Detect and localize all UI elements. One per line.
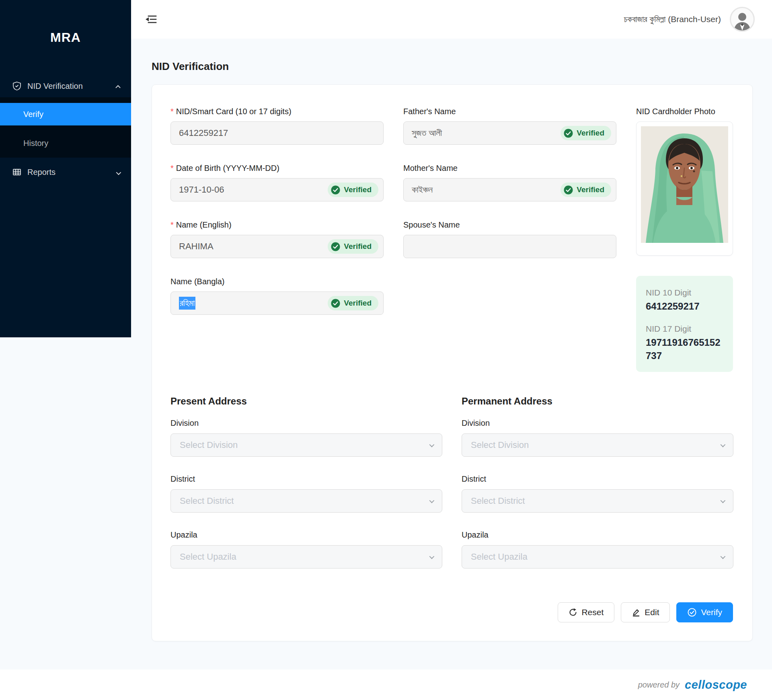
permanent-upazila-label: Upazila xyxy=(462,530,733,540)
mother-name-label-row: Mother's Name xyxy=(403,164,616,173)
present-district-select[interactable]: Select District xyxy=(170,489,442,513)
check-circle-icon xyxy=(331,242,340,251)
chevron-down-icon xyxy=(721,442,726,447)
permanent-address-column: Permanent Address Division Select Divisi… xyxy=(462,396,733,586)
father-name-field: Father's Name সুজত আলী Verified xyxy=(403,107,616,145)
brand: MRA xyxy=(0,0,131,75)
brand-logo-text: MRA xyxy=(50,30,81,45)
mother-name-value: কাইঞ্চন xyxy=(412,185,433,195)
name-bangla-label: Name (Bangla) xyxy=(170,277,225,286)
present-upazila-placeholder: Select Upazila xyxy=(180,552,236,562)
nid-field: * NID/Smart Card (10 or 17 digits) 64122… xyxy=(170,107,384,145)
sidebar-item-label: Verify xyxy=(23,110,43,119)
dob-field-label-row: * Date of Birth (YYYY-MM-DD) xyxy=(170,164,384,173)
reset-button[interactable]: Reset xyxy=(558,602,614,622)
page-footer: powered by celloscope xyxy=(0,669,772,700)
name-bangla-field: Name (Bangla) রহিমা Verified xyxy=(170,277,384,315)
nid-17-digit-value: 19711916765152737 xyxy=(646,336,723,362)
nid-field-label-row: * NID/Smart Card (10 or 17 digits) xyxy=(170,107,384,116)
check-circle-icon xyxy=(331,299,340,308)
chevron-down-icon xyxy=(116,168,120,177)
verified-badge: Verified xyxy=(328,296,378,310)
permanent-division-select[interactable]: Select Division xyxy=(462,433,733,457)
address-section: Present Address Division Select Division… xyxy=(170,396,733,586)
form-column-middle: Father's Name সুজত আলী Verified xyxy=(403,107,616,372)
verify-button[interactable]: Verify xyxy=(676,602,733,622)
sidebar-submenu: Verify History xyxy=(0,97,131,158)
main-content: NID Verification * NID/Smart Card (10 or… xyxy=(131,39,772,641)
present-district-placeholder: Select District xyxy=(180,496,234,506)
sidebar-item-verify[interactable]: Verify xyxy=(0,103,131,125)
present-division-placeholder: Select Division xyxy=(180,440,238,450)
spouse-name-input[interactable] xyxy=(403,235,616,258)
edit-button-label: Edit xyxy=(645,608,659,617)
required-asterisk: * xyxy=(170,107,174,116)
present-district-label: District xyxy=(170,474,442,484)
name-english-label: Name (English) xyxy=(176,220,232,230)
mother-name-input[interactable]: কাইঞ্চন Verified xyxy=(403,178,616,201)
cardholder-photo xyxy=(641,126,728,243)
form-column-photo: NID Cardholder Photo xyxy=(636,107,733,372)
edit-button[interactable]: Edit xyxy=(621,602,670,622)
verify-button-label: Verify xyxy=(701,608,722,617)
chevron-down-icon xyxy=(721,498,726,503)
nid-digits-panel: NID 10 Digit 6412259217 NID 17 Digit 197… xyxy=(636,276,733,372)
nid-10-digit-value: 6412259217 xyxy=(646,300,723,313)
nid-cardholder-photo-card xyxy=(636,121,733,256)
powered-by-label: powered by xyxy=(638,680,680,690)
permanent-upazila-select[interactable]: Select Upazila xyxy=(462,545,733,569)
father-name-label: Father's Name xyxy=(403,107,456,116)
nid-input-value: 6412259217 xyxy=(179,128,228,138)
spouse-name-label: Spouse's Name xyxy=(403,220,460,230)
verified-badge: Verified xyxy=(561,126,611,140)
verified-badge: Verified xyxy=(328,183,378,197)
person-icon xyxy=(732,10,753,31)
name-bangla-input[interactable]: রহিমা Verified xyxy=(170,291,384,315)
dob-input-value: 1971-10-06 xyxy=(179,185,224,195)
shield-certificate-icon xyxy=(12,81,22,91)
verified-badge: Verified xyxy=(561,183,611,197)
sidebar-item-history[interactable]: History xyxy=(0,132,131,154)
name-english-input[interactable]: RAHIMA Verified xyxy=(170,235,384,258)
permanent-division-label: Division xyxy=(462,419,733,428)
nid-17-digit-label: NID 17 Digit xyxy=(646,324,723,334)
dob-input[interactable]: 1971-10-06 Verified xyxy=(170,178,384,201)
present-division-select[interactable]: Select Division xyxy=(170,433,442,457)
permanent-district-select[interactable]: Select District xyxy=(462,489,733,513)
dob-field-label: Date of Birth (YYYY-MM-DD) xyxy=(176,164,279,173)
sidebar-item-label: NID Verification xyxy=(27,82,83,91)
verified-badge-label: Verified xyxy=(577,129,604,138)
sidebar-collapse-button[interactable] xyxy=(144,12,158,26)
present-upazila-field: Upazila Select Upazila xyxy=(170,530,442,569)
nid-10-digit-group: NID 10 Digit 6412259217 xyxy=(646,288,723,313)
nid-10-digit-label: NID 10 Digit xyxy=(646,288,723,298)
permanent-upazila-placeholder: Select Upazila xyxy=(471,552,528,562)
mother-name-field: Mother's Name কাইঞ্চন Verified xyxy=(403,164,616,201)
nid-field-label: NID/Smart Card (10 or 17 digits) xyxy=(176,107,292,116)
name-bangla-label-row: Name (Bangla) xyxy=(170,277,384,286)
verified-badge-label: Verified xyxy=(344,185,372,194)
chevron-up-icon xyxy=(116,82,120,91)
present-upazila-select[interactable]: Select Upazila xyxy=(170,545,442,569)
reset-reload-icon xyxy=(569,608,577,617)
chevron-down-icon xyxy=(429,554,435,559)
mother-name-label: Mother's Name xyxy=(403,164,458,173)
user-name-label: চকবাজার কুমিল্লা (Branch-User) xyxy=(624,14,721,24)
check-circle-icon xyxy=(564,129,573,138)
permanent-upazila-field: Upazila Select Upazila xyxy=(462,530,733,569)
sidebar-item-nid-verification[interactable]: NID Verification xyxy=(0,75,131,97)
name-english-label-row: * Name (English) xyxy=(170,220,384,230)
permanent-district-field: District Select District xyxy=(462,474,733,513)
present-address-column: Present Address Division Select Division… xyxy=(170,396,442,586)
header-user-area: চকবাজার কুমিল্লা (Branch-User) xyxy=(624,7,755,32)
sidebar-item-reports[interactable]: Reports xyxy=(0,161,131,183)
user-avatar[interactable] xyxy=(730,7,755,32)
sidebar: MRA NID Verification Verify History xyxy=(0,0,131,337)
table-icon xyxy=(12,167,22,177)
required-asterisk: * xyxy=(170,220,174,230)
permanent-address-title: Permanent Address xyxy=(462,396,733,407)
present-upazila-label: Upazila xyxy=(170,530,442,540)
father-name-input[interactable]: সুজত আলী Verified xyxy=(403,121,616,145)
nid-input[interactable]: 6412259217 xyxy=(170,121,384,145)
nid-verification-card: * NID/Smart Card (10 or 17 digits) 64122… xyxy=(152,84,753,641)
